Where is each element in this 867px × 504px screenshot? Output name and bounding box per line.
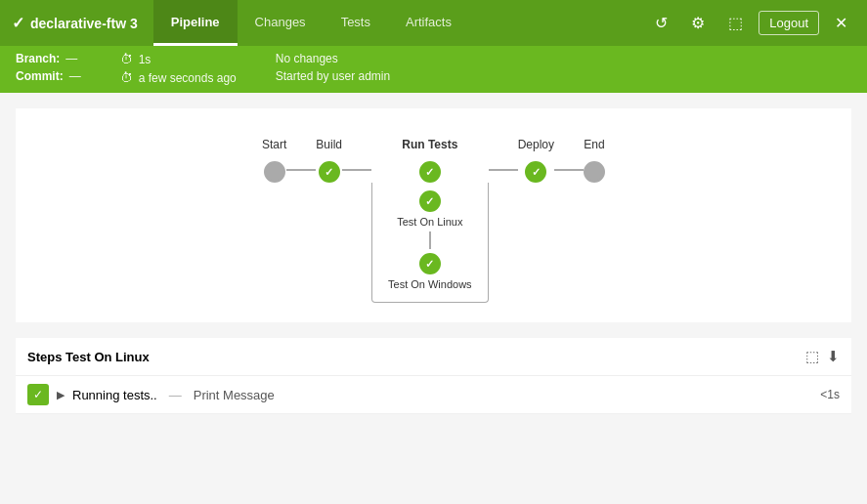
pipeline-title: ✓ declarative-ftw 3 <box>12 14 138 32</box>
logout-button[interactable]: Logout <box>759 11 819 35</box>
time-col: ⏱ 1s ⏱ a few seconds ago <box>120 52 237 85</box>
status-bar: Branch: — Commit: — ⏱ 1s ⏱ a few seconds… <box>0 46 867 93</box>
started-by-value: Started by user admin <box>276 69 390 83</box>
check-icon: ✓ <box>12 14 24 32</box>
sub-stage-linux[interactable]: ✓ Test On Linux <box>388 190 472 228</box>
time-ago-value: a few seconds ago <box>139 71 237 85</box>
step-check-icon: ✓ <box>27 384 49 405</box>
nav-tabs: Pipeline Changes Tests Artifacts <box>153 0 469 46</box>
commit-label: Commit: <box>16 69 64 83</box>
tab-pipeline[interactable]: Pipeline <box>153 0 238 46</box>
reload-button[interactable]: ↺ <box>647 10 675 36</box>
stage-start: Start <box>262 138 286 183</box>
pipeline-diagram: Start Build ✓ Run Tests ✓ <box>35 138 832 303</box>
clock-icon: ⏱ <box>120 52 133 66</box>
user-button[interactable]: ⬚ <box>720 10 751 36</box>
pipeline-name: declarative-ftw 3 <box>30 16 138 31</box>
started-by-row: Started by user admin <box>276 69 390 83</box>
stage-end-node <box>584 161 605 183</box>
stage-deploy-node: ✓ <box>525 161 546 183</box>
step-row: ✓ ▶ Running tests.. — Print Message <1s <box>16 376 851 414</box>
steps-actions: ⬚ ⬇ <box>805 348 840 365</box>
stage-deploy-label: Deploy <box>518 138 554 151</box>
sub-stage-linux-node: ✓ <box>419 190 441 212</box>
sub-stage-windows-label: Test On Windows <box>388 278 472 290</box>
commit-value: — <box>69 69 81 83</box>
step-name: Running tests.. <box>72 388 157 402</box>
stage-deploy[interactable]: Deploy ✓ <box>518 138 554 183</box>
top-bar: ✓ declarative-ftw 3 Pipeline Changes Tes… <box>0 0 867 46</box>
deploy-check: ✓ <box>532 166 541 179</box>
sub-stage-windows[interactable]: ✓ Test On Windows <box>388 253 472 290</box>
step-detail: Print Message <box>194 388 275 402</box>
vert-connector <box>429 231 431 249</box>
sub-stage-linux-label: Test On Linux <box>397 216 462 228</box>
stage-run-tests-label: Run Tests <box>402 138 457 151</box>
sub-stage-windows-node: ✓ <box>419 253 441 274</box>
build-check: ✓ <box>325 166 333 179</box>
duration-row: ⏱ 1s <box>120 52 237 66</box>
stage-start-node <box>264 161 285 183</box>
sub-stages-box: ✓ Test On Linux ✓ Test On Windows <box>371 183 489 303</box>
time-icon: ⏱ <box>120 70 133 85</box>
commit-row: Commit: — <box>16 69 81 83</box>
stage-build-node: ✓ <box>319 161 340 183</box>
branch-row: Branch: — <box>16 52 81 65</box>
time-ago-row: ⏱ a few seconds ago <box>120 70 237 85</box>
branch-value: — <box>65 52 77 65</box>
run-tests-wrapper: Run Tests ✓ ✓ Test On Linux <box>371 138 489 303</box>
tab-changes[interactable]: Changes <box>238 0 324 46</box>
connector-1 <box>286 169 316 171</box>
download-button[interactable]: ⬇ <box>827 348 840 365</box>
open-external-button[interactable]: ⬚ <box>805 348 819 365</box>
stage-start-label: Start <box>262 138 286 151</box>
steps-title: Steps Test On Linux <box>27 350 150 364</box>
linux-check: ✓ <box>425 195 434 208</box>
connector-2 <box>342 169 371 171</box>
connector-4 <box>554 169 584 171</box>
step-expand-icon[interactable]: ▶ <box>57 389 65 401</box>
step-separator: — <box>169 388 182 402</box>
windows-check: ✓ <box>425 258 434 271</box>
tab-tests[interactable]: Tests <box>324 0 388 46</box>
pipeline-container: Start Build ✓ Run Tests ✓ <box>16 108 851 322</box>
changes-row: No changes <box>276 52 390 65</box>
branch-label: Branch: <box>16 52 60 65</box>
stage-end-label: End <box>584 138 604 151</box>
steps-header: Steps Test On Linux ⬚ ⬇ <box>16 338 851 376</box>
tab-artifacts[interactable]: Artifacts <box>388 0 469 46</box>
settings-button[interactable]: ⚙ <box>683 10 713 36</box>
close-button[interactable]: ✕ <box>827 10 855 36</box>
changes-started-col: No changes Started by user admin <box>276 52 390 83</box>
changes-value: No changes <box>276 52 338 65</box>
stage-run-tests-node: ✓ <box>419 161 441 183</box>
steps-section: Steps Test On Linux ⬚ ⬇ ✓ ▶ Running test… <box>16 338 851 414</box>
branch-commit-col: Branch: — Commit: — <box>16 52 81 83</box>
run-tests-check: ✓ <box>425 166 434 179</box>
stage-build[interactable]: Build ✓ <box>316 138 342 183</box>
stage-build-label: Build <box>316 138 342 151</box>
step-duration: <1s <box>820 388 840 401</box>
stage-end: End <box>584 138 605 183</box>
duration-value: 1s <box>139 53 152 66</box>
connector-3 <box>489 169 518 171</box>
